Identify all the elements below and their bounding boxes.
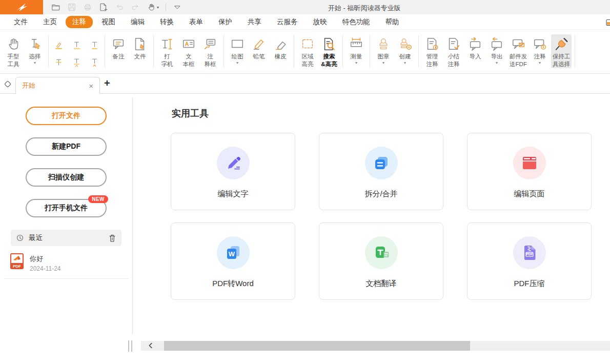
ribbon-selecttool-button[interactable]: 选择▾ [25, 34, 45, 66]
sidebar-button-1[interactable]: 打开文件 [26, 107, 107, 125]
chevron-down-icon: ▾ [355, 60, 357, 66]
menu-item-2[interactable]: 主页 [43, 17, 57, 27]
tool-card-3[interactable]: 编辑页面 [467, 133, 592, 210]
squiggly-underline-icon[interactable] [70, 38, 84, 52]
menu-item-9[interactable]: 共享 [248, 17, 261, 27]
pushpin-icon [554, 35, 569, 53]
tab-start[interactable]: 开始 × [15, 77, 100, 94]
ribbon: 手型 工具选择▾备注文件打 字机文 本框注 释框绘图▾铅笔橡皮区域 高亮搜索 &… [0, 30, 610, 74]
commentsgear-icon [532, 35, 547, 53]
tool-card-label: PDF压缩 [514, 279, 545, 289]
ribbon-eraser-button[interactable]: 橡皮 [270, 34, 291, 60]
menu-item-4[interactable]: 视图 [101, 17, 115, 27]
ribbon-managecomments-button[interactable]: 管理 注释 [422, 34, 442, 68]
hand-tool-icon[interactable]: ▾ [147, 3, 159, 12]
sidebar-button-2[interactable]: 新建PDF [26, 137, 107, 156]
ribbon-importc-button[interactable]: 导入 [465, 34, 485, 60]
ribbon-button-label: 注释 [534, 53, 546, 60]
menu-item-13[interactable]: 帮助 [385, 17, 399, 27]
sidebar-button-3[interactable]: 扫描仪创建 [26, 168, 107, 187]
tool-card-5[interactable]: 文档翻译 [319, 223, 443, 300]
ribbon-button-label: 选择 [29, 53, 41, 60]
trash-icon[interactable] [108, 234, 116, 242]
ribbon-fileattach-button[interactable]: 文件 [130, 34, 150, 60]
menu-item-11[interactable]: 放映 [313, 17, 327, 27]
ribbon-exportc-button[interactable]: 导出▾ [486, 34, 507, 66]
searchhighlight-icon [321, 35, 337, 53]
menu-item-10[interactable]: 云服务 [277, 17, 298, 27]
ribbon-button-label: 图章 [378, 53, 390, 60]
callout-icon [202, 35, 218, 53]
menu-item-7[interactable]: 表单 [189, 17, 203, 27]
ribbon-searchhighlight-button[interactable]: 搜索 &高亮 [319, 34, 339, 68]
replace-text-icon[interactable] [70, 55, 84, 69]
menu-item-3[interactable]: 注释 [66, 16, 93, 28]
ribbon-note-button[interactable]: 备注 [108, 34, 129, 60]
ribbon-stamp-button[interactable]: 图章▾ [373, 34, 394, 66]
new-badge: NEW [88, 195, 108, 203]
panel-icon[interactable] [605, 18, 610, 29]
window-title: 开始 - 福昕阅读器专业版 [328, 4, 401, 13]
ribbon-pencil-button[interactable]: 铅笔 [249, 34, 269, 60]
ribbon-commentsgear-button[interactable]: 注释▾ [530, 34, 550, 66]
tool-card-6[interactable]: PDFPDF压缩 [467, 223, 592, 300]
ribbon-button-label: 导出 [491, 53, 503, 60]
ribbon-areahighlight-button[interactable]: 区域 高亮 [297, 34, 318, 68]
insert-text-icon[interactable] [88, 55, 101, 69]
typewriter-icon [159, 35, 175, 53]
ribbon-createstamp-button[interactable]: 创建▾ [395, 34, 415, 66]
chevron-down-icon: ▾ [496, 60, 498, 66]
svg-text:PDF: PDF [526, 252, 533, 256]
splitter-handle[interactable] [128, 340, 132, 352]
eraser-tool-icon[interactable] [3, 79, 13, 91]
sidebar: 打开文件新建PDF扫描仪创建打开手机文件NEW 最近 PDF 你好 2024-1… [0, 94, 132, 364]
tabbar: 开始 × + [0, 74, 610, 94]
sidebar-button-4[interactable]: 打开手机文件NEW [26, 199, 107, 217]
recent-label: 最近 [29, 233, 43, 242]
tab-label: 开始 [22, 81, 35, 90]
recent-file-name: 你好 [30, 253, 61, 264]
highlight-icon[interactable] [52, 38, 66, 52]
emailfdf-icon [511, 35, 526, 53]
new-tab-button[interactable]: + [104, 77, 110, 89]
menu-item-5[interactable]: 编辑 [131, 17, 145, 27]
chevron-down-icon: ▾ [236, 60, 238, 66]
ribbon-hand-button[interactable]: 手型 工具 [3, 34, 24, 68]
hand-icon [6, 35, 21, 53]
pdf-compress-icon: PDF [513, 236, 546, 269]
ribbon-button-label: 橡皮 [275, 53, 287, 60]
scroll-left-icon[interactable] [147, 342, 154, 351]
ribbon-drawing-button[interactable]: 绘图▾ [227, 34, 248, 66]
tool-card-label: PDF转Word [212, 279, 254, 289]
selecttool-icon [27, 35, 43, 53]
ribbon-summarize-button[interactable]: 小结 注释 [443, 34, 464, 68]
ribbon-textbox-button[interactable]: 文 本框 [178, 34, 199, 68]
horizontal-scrollbar[interactable] [141, 341, 610, 351]
ribbon-measure-button[interactable]: 测量▾ [346, 34, 367, 66]
tool-card-2[interactable]: 拆分/合并 [319, 133, 443, 210]
strikeout-icon[interactable] [52, 55, 66, 69]
separator [166, 4, 166, 11]
open-folder-icon[interactable] [51, 3, 60, 12]
ribbon-typewriter-button[interactable]: 打 字机 [157, 34, 177, 68]
ribbon-callout-button[interactable]: 注 释框 [200, 34, 220, 68]
stamp-icon [376, 35, 391, 53]
close-icon[interactable]: × [89, 82, 93, 90]
ribbon-pushpin-button[interactable]: 保持工 具选择 [551, 34, 572, 68]
areahighlight-icon [300, 35, 315, 53]
customize-toolbar-icon[interactable] [173, 3, 182, 12]
menu-item-1[interactable]: 文件 [14, 17, 28, 27]
menu-item-6[interactable]: 转换 [160, 17, 174, 27]
ribbon-emailfdf-button[interactable]: 邮件发 送FDF [508, 34, 528, 68]
tool-card-1[interactable]: 编辑文字 [171, 133, 295, 210]
scrollbar-thumb[interactable] [164, 341, 470, 351]
tool-card-4[interactable]: WPDF转Word [171, 223, 295, 300]
new-document-icon[interactable] [99, 3, 108, 12]
recent-file-item[interactable]: PDF 你好 2024-11-24 [10, 253, 132, 272]
chevron-down-icon: ▾ [539, 60, 541, 66]
underline-icon[interactable] [88, 38, 101, 52]
svg-text:W: W [228, 250, 235, 258]
menu-item-12[interactable]: 特色功能 [342, 17, 370, 27]
recent-header[interactable]: 最近 [11, 230, 121, 246]
menu-item-8[interactable]: 保护 [218, 17, 232, 27]
